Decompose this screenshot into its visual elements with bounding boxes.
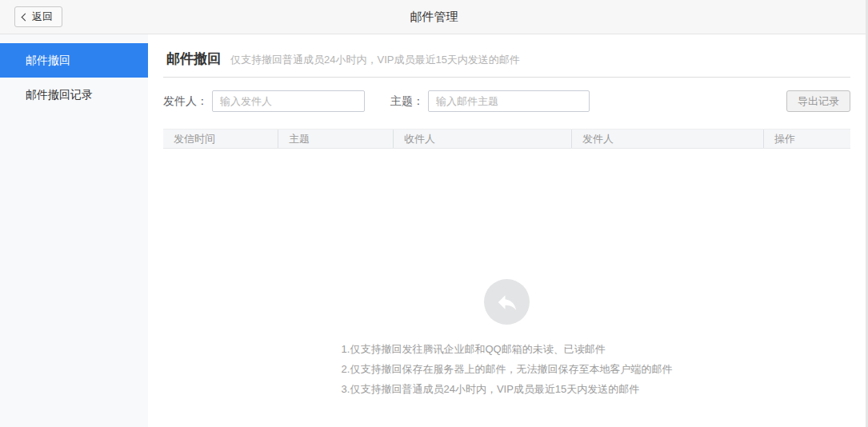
column-header-subject: 主题	[278, 130, 393, 148]
page-title: 邮件管理	[410, 10, 458, 25]
column-header-action: 操作	[763, 130, 850, 148]
column-header-send-time: 发信时间	[163, 130, 278, 148]
sidebar-item-recall-records[interactable]: 邮件撤回记录	[0, 78, 148, 112]
back-button[interactable]: 返回	[14, 6, 62, 27]
sidebar-item-mail-recall[interactable]: 邮件撤回	[0, 43, 148, 78]
main-layout: 邮件撤回 邮件撤回记录 邮件撤回 仅支持撤回普通成员24小时内，VIP成员最近1…	[0, 34, 868, 427]
section-title: 邮件撤回	[166, 50, 221, 68]
mail-management-window: 返回 邮件管理 邮件撤回 邮件撤回记录 邮件撤回 仅支持撤回普通成员24小时内，…	[0, 0, 868, 427]
recall-rule-3: 3.仅支持撤回普通成员24小时内，VIP成员最近15天内发送的邮件	[342, 379, 673, 399]
main-content: 邮件撤回 仅支持撤回普通成员24小时内，VIP成员最近15天内发送的邮件 发件人…	[148, 34, 868, 427]
empty-state: 1.仅支持撤回发往腾讯企业邮和QQ邮箱的未读、已读邮件 2.仅支持撤回保存在服务…	[163, 279, 850, 399]
export-records-button[interactable]: 导出记录	[786, 90, 850, 112]
sidebar: 邮件撤回 邮件撤回记录	[0, 34, 148, 427]
column-header-sender: 发件人	[571, 130, 763, 148]
filter-toolbar: 发件人： 主题： 导出记录	[163, 90, 850, 112]
sidebar-item-label: 邮件撤回记录	[26, 88, 93, 102]
section-title-block: 邮件撤回 仅支持撤回普通成员24小时内，VIP成员最近15天内发送的邮件	[163, 34, 850, 78]
recall-undo-arrow-icon	[484, 279, 530, 325]
recall-rule-1: 1.仅支持撤回发往腾讯企业邮和QQ邮箱的未读、已读邮件	[342, 339, 673, 359]
subject-label: 主题：	[390, 94, 424, 109]
column-header-recipient: 收件人	[393, 130, 571, 148]
table-header-row: 发信时间 主题 收件人 发件人 操作	[163, 129, 850, 149]
sidebar-item-label: 邮件撤回	[26, 54, 70, 68]
undo-arrow-glyph	[495, 290, 519, 314]
section-subtitle: 仅支持撤回普通成员24小时内，VIP成员最近15天内发送的邮件	[230, 53, 520, 67]
recall-rules-notes: 1.仅支持撤回发往腾讯企业邮和QQ邮箱的未读、已读邮件 2.仅支持撤回保存在服务…	[342, 339, 673, 399]
recall-rule-2: 2.仅支持撤回保存在服务器上的邮件，无法撤回保存至本地客户端的邮件	[342, 359, 673, 379]
back-button-label: 返回	[32, 10, 53, 24]
chevron-left-icon	[22, 14, 30, 22]
subject-input[interactable]	[428, 90, 590, 112]
sender-input[interactable]	[212, 90, 365, 112]
sender-label: 发件人：	[163, 94, 208, 109]
top-header: 返回 邮件管理	[0, 0, 868, 34]
